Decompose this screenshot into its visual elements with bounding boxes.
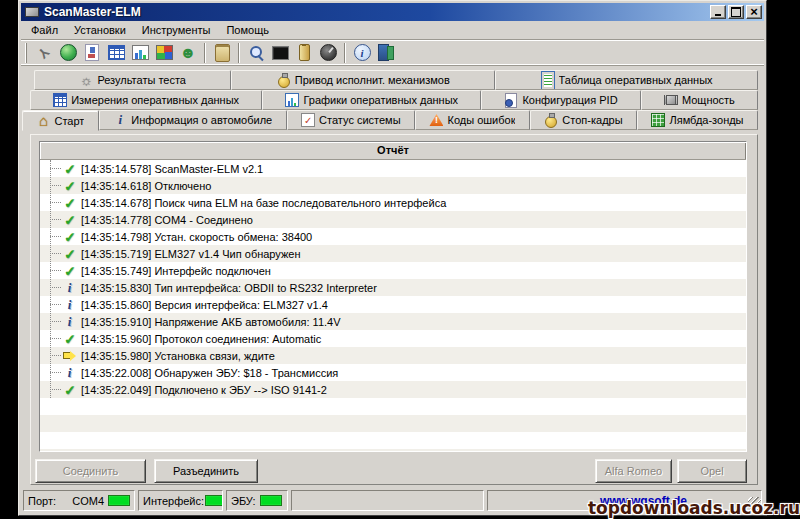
interface-led-indicator <box>205 495 223 506</box>
clipboard-icon[interactable] <box>212 43 232 63</box>
check-icon <box>61 263 78 279</box>
tab-label: Информация о автомобиле <box>131 114 272 126</box>
battery-icon[interactable] <box>294 43 314 63</box>
search-icon[interactable] <box>246 43 266 63</box>
check-icon <box>61 246 78 262</box>
tab-power[interactable]: Мощность <box>641 90 758 110</box>
tab-strip: Результаты тестаПривод исполнит. механиз… <box>21 70 764 134</box>
log-entry[interactable]: [14:35:15.749] Интерфейс подключен <box>40 262 746 279</box>
tab-live-data-table[interactable]: Таблица оперативных данных <box>495 70 758 90</box>
chip-icon[interactable] <box>25 7 39 17</box>
live-data-table-icon <box>541 73 555 87</box>
grid-window-icon[interactable] <box>106 43 126 63</box>
pid-config-icon <box>504 93 518 107</box>
tab-live-data-measurements[interactable]: Измерения оперативных данных <box>30 90 262 110</box>
report-log: Отчёт [14:35:14.578] ScanMaster-ELM v2.1… <box>39 141 747 452</box>
log-entry[interactable]: [14:35:22.049] Подключено к ЭБУ --> ISO … <box>40 381 746 398</box>
tab-live-data-graphs[interactable]: Графики оперативных данных <box>262 90 481 110</box>
alfa-romeo-button[interactable]: Alfa Romeo <box>595 459 672 483</box>
close-button[interactable] <box>746 5 762 19</box>
log-text: [14:35:15.980] Установка связи, ждите <box>81 350 275 362</box>
maximize-button[interactable] <box>728 5 744 19</box>
log-entry[interactable]: [14:35:14.578] ScanMaster-ELM v2.1 <box>40 160 746 177</box>
log-entry[interactable]: [14:35:14.618] Отключено <box>40 177 746 194</box>
log-entry[interactable]: [14:35:15.960] Протокол соединения: Auto… <box>40 330 746 347</box>
disconnect-button[interactable]: Разъединить <box>154 459 258 483</box>
log-entry[interactable]: [14:35:15.980] Установка связи, ждите <box>40 347 746 364</box>
watermark: topdownloads.ucoz.ru <box>588 498 800 518</box>
system-status-icon <box>301 113 315 127</box>
tab-trouble-codes[interactable]: Коды ошибок <box>415 110 530 130</box>
connect-button[interactable]: Соединить <box>35 459 146 483</box>
info-icon <box>61 280 78 296</box>
log-text: [14:35:22.049] Подключено к ЭБУ --> ISO … <box>81 384 327 396</box>
freeze-frames-icon <box>544 113 558 127</box>
tab-system-status[interactable]: Статус системы <box>287 110 415 130</box>
interface-label: Интерфейс: <box>143 495 204 507</box>
log-text: [14:35:14.778] COM4 - Соединено <box>81 214 253 226</box>
tab-start[interactable]: Старт <box>22 110 99 131</box>
tab-actuator-drive[interactable]: Привод исполнит. механизмов <box>231 70 495 90</box>
menu-settings[interactable]: Установки <box>66 22 134 38</box>
info-icon <box>61 297 78 313</box>
tab-label: Графики оперативных данных <box>303 94 458 106</box>
log-entry[interactable]: [14:35:15.910] Напряжение АКБ автомобиля… <box>40 313 746 330</box>
tab-label: Стоп-кадры <box>562 114 622 126</box>
tab-vehicle-info[interactable]: Информация о автомобиле <box>99 110 287 130</box>
log-rows: [14:35:14.578] ScanMaster-ELM v2.1[14:35… <box>40 160 746 451</box>
log-text: [14:35:15.719] ELM327 v1.4 Чип обнаружен <box>81 248 301 260</box>
gauge-icon[interactable] <box>318 43 338 63</box>
image-doc-icon[interactable] <box>82 43 102 63</box>
log-entry[interactable]: [14:35:15.830] Тип интерфейса: OBDII to … <box>40 279 746 296</box>
minimize-button[interactable] <box>710 5 726 19</box>
tab-label: Лямбда-зонды <box>669 114 743 126</box>
chart-icon[interactable] <box>130 43 150 63</box>
toolbar-group <box>209 43 235 63</box>
status-panel-port: Порт: COM4 <box>23 490 135 511</box>
start-tab-page: Отчёт [14:35:14.578] ScanMaster-ELM v2.1… <box>30 134 758 485</box>
lambda-sensors-icon <box>651 113 665 127</box>
opel-button[interactable]: Opel <box>677 459 747 483</box>
toolbar-separator <box>238 43 240 63</box>
terminal-icon[interactable] <box>270 43 290 63</box>
log-text: [14:35:14.618] Отключено <box>81 180 211 192</box>
menu-file[interactable]: Файл <box>23 22 66 38</box>
live-data-graphs-icon <box>285 93 299 107</box>
menu-tools[interactable]: Инструменты <box>134 22 219 38</box>
log-entry[interactable]: [14:35:14.778] COM4 - Соединено <box>40 211 746 228</box>
tab-freeze-frames[interactable]: Стоп-кадры <box>530 110 637 130</box>
connect-plug-icon[interactable] <box>34 43 54 63</box>
display-colors-icon[interactable] <box>154 43 174 63</box>
window-title: ScanMaster-ELM <box>44 5 710 19</box>
tab-lambda-sensors[interactable]: Лямбда-зонды <box>637 110 758 130</box>
toolbar-separator <box>344 43 346 63</box>
check-icon <box>61 382 78 398</box>
tab-label: Результаты теста <box>97 74 186 86</box>
tab-label: Таблица оперативных данных <box>559 74 713 86</box>
info-icon[interactable] <box>352 43 372 63</box>
toolbar-group <box>243 43 341 63</box>
menu-help[interactable]: Помощь <box>218 22 277 38</box>
check-icon <box>61 229 78 245</box>
globe-icon[interactable] <box>58 43 78 63</box>
tab-label: Мощность <box>682 94 735 106</box>
log-entry[interactable]: [14:35:14.678] Поиск чипа ELM на базе по… <box>40 194 746 211</box>
log-entry[interactable]: [14:35:15.860] Версия интерфейса: ELM327… <box>40 296 746 313</box>
exit-door-icon[interactable] <box>376 43 396 63</box>
log-text: [14:35:14.798] Устан. скорость обмена: 3… <box>81 231 312 243</box>
log-entry[interactable]: [14:35:14.798] Устан. скорость обмена: 3… <box>40 228 746 245</box>
tab-row-1: Результаты тестаПривод исполнит. механиз… <box>34 70 758 90</box>
log-entry[interactable]: [14:35:15.719] ELM327 v1.4 Чип обнаружен <box>40 245 746 262</box>
toolbar-separator <box>204 43 206 63</box>
tab-pid-configuration[interactable]: Конфигурация PID <box>481 90 641 110</box>
check-icon <box>61 161 78 177</box>
check-icon <box>61 195 78 211</box>
log-entry[interactable]: [14:35:22.008] Обнаружен ЭБУ: $18 - Тран… <box>40 364 746 381</box>
app-window: ScanMaster-ELM ФайлУстановкиИнструментыП… <box>18 0 767 516</box>
tab-test-results[interactable]: Результаты теста <box>34 70 231 90</box>
title-bar[interactable]: ScanMaster-ELM <box>21 3 764 21</box>
port-value-group: COM4 <box>72 495 130 507</box>
tab-row-3: СтартИнформация о автомобилеСтатус систе… <box>22 110 758 130</box>
user-icon[interactable] <box>178 43 198 63</box>
info-icon <box>61 314 78 330</box>
